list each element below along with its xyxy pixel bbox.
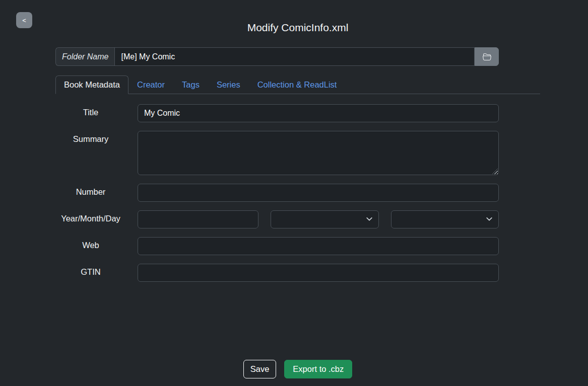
number-label: Number [55,184,126,197]
month-select[interactable] [271,210,378,228]
gtin-row: GTIN [55,264,499,282]
tab-series[interactable]: Series [208,75,249,94]
year-input[interactable] [138,210,258,228]
title-label: Title [55,104,126,117]
number-input[interactable] [138,184,499,202]
gtin-input[interactable] [138,264,499,282]
book-metadata-form: Title Summary Number Year/Month/Day [55,104,499,282]
title-input[interactable] [138,104,499,122]
day-select[interactable] [391,210,499,228]
date-row: Year/Month/Day [55,210,499,228]
save-button[interactable]: Save [243,360,277,378]
folder-name-input[interactable] [114,47,475,66]
gtin-label: GTIN [55,264,126,277]
tab-book-metadata[interactable]: Book Metadata [55,75,128,94]
summary-row: Summary [55,131,499,175]
action-bar: Save Export to .cbz [55,360,540,378]
title-row: Title [55,104,499,122]
chevron-left-icon: < [22,17,26,24]
number-row: Number [55,184,499,202]
web-input[interactable] [138,237,499,255]
web-label: Web [55,237,126,250]
export-cbz-button[interactable]: Export to .cbz [284,360,352,378]
tab-collection-readlist[interactable]: Collection & ReadList [249,75,346,94]
folder-name-group: Folder Name [55,47,499,66]
summary-textarea[interactable] [138,131,499,175]
folder-browse-button[interactable] [475,47,499,66]
back-button[interactable]: < [16,12,32,28]
tab-bar: Book Metadata Creator Tags Series Collec… [55,75,540,94]
year-month-day-label: Year/Month/Day [55,210,126,223]
folder-name-label: Folder Name [55,47,114,66]
folder-open-icon [483,52,491,61]
tab-tags[interactable]: Tags [173,75,208,94]
summary-label: Summary [55,131,126,144]
web-row: Web [55,237,499,255]
tab-creator[interactable]: Creator [128,75,173,94]
main-container: Modify ComicInfo.xml Folder Name Book Me… [55,0,540,378]
page-title: Modify ComicInfo.xml [55,21,540,34]
